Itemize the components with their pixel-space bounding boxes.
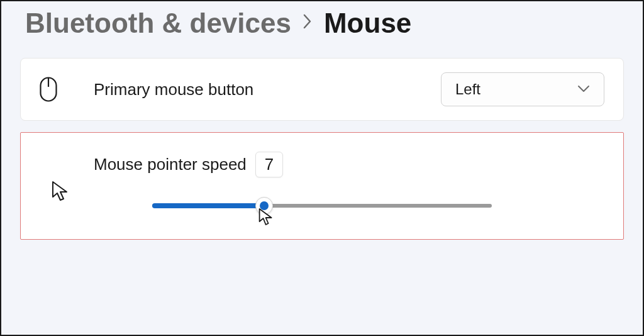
chevron-right-icon (303, 13, 313, 34)
primary-mouse-button-dropdown[interactable]: Left (441, 72, 604, 106)
slider-thumb[interactable] (255, 197, 273, 215)
chevron-down-icon (577, 84, 590, 95)
dropdown-selected-value: Left (455, 81, 480, 98)
breadcrumb-current: Mouse (324, 8, 411, 39)
mouse-pointer-speed-slider[interactable] (152, 203, 492, 209)
cursor-icon (51, 181, 70, 204)
primary-mouse-button-label: Primary mouse button (94, 80, 441, 99)
breadcrumb-parent[interactable]: Bluetooth & devices (25, 8, 291, 39)
primary-mouse-button-card: Primary mouse button Left (20, 58, 624, 121)
mouse-pointer-speed-card: Mouse pointer speed 7 (20, 132, 624, 240)
breadcrumb: Bluetooth & devices Mouse (20, 1, 624, 58)
mouse-icon (40, 77, 67, 102)
mouse-pointer-speed-value: 7 (255, 152, 283, 177)
slider-fill (152, 203, 264, 208)
mouse-pointer-speed-label: Mouse pointer speed (94, 155, 247, 174)
